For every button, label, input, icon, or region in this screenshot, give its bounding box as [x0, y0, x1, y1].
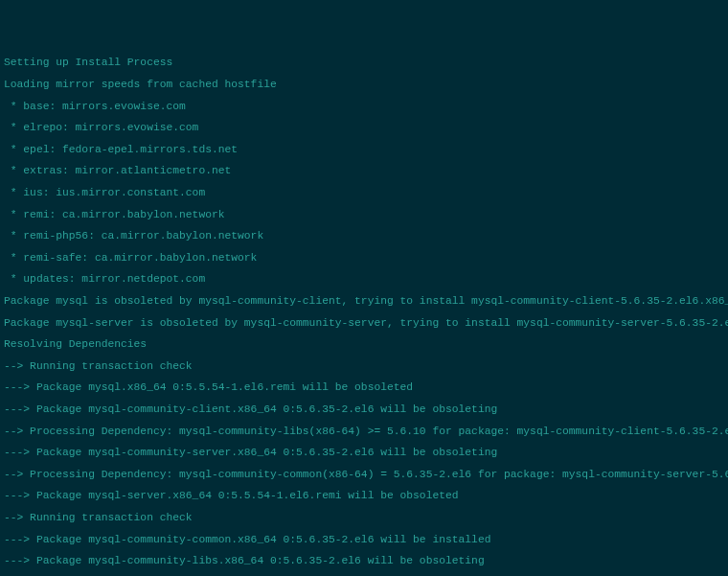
loading-line: Loading mirror speeds from cached hostfi… — [4, 80, 724, 90]
obsoleted-line: Package mysql is obsoleted by mysql-comm… — [4, 296, 724, 307]
dep-line: ---> Package mysql.x86_64 0:5.5.54-1.el6… — [4, 382, 724, 393]
terminal-output: Setting up Install Process Loading mirro… — [0, 43, 728, 576]
obsoleted-line: Package mysql-server is obsoleted by mys… — [4, 318, 724, 329]
dep-line: --> Processing Dependency: mysql-communi… — [4, 470, 724, 480]
mirror-line: * remi: ca.mirror.babylon.network — [4, 210, 724, 220]
resolving-line: Resolving Dependencies — [4, 339, 724, 350]
mirror-line: * remi-safe: ca.mirror.babylon.network — [4, 253, 724, 264]
setup-line: Setting up Install Process — [4, 58, 724, 68]
mirror-line: * updates: mirror.netdepot.com — [4, 274, 724, 285]
dep-line: ---> Package mysql-server.x86_64 0:5.5.5… — [4, 491, 724, 501]
dep-line: --> Running transaction check — [4, 361, 724, 372]
mirror-line: * epel: fedora-epel.mirrors.tds.net — [4, 145, 724, 155]
dep-line: ---> Package mysql-community-libs.x86_64… — [4, 556, 724, 566]
mirror-line: * base: mirrors.evowise.com — [4, 102, 724, 112]
mirror-line: * remi-php56: ca.mirror.babylon.network — [4, 231, 724, 242]
dep-line: ---> Package mysql-community-common.x86_… — [4, 535, 724, 545]
mirror-line: * extras: mirror.atlanticmetro.net — [4, 166, 724, 176]
mirror-line: * ius: ius.mirror.constant.com — [4, 188, 724, 198]
dep-line: ---> Package mysql-community-client.x86_… — [4, 404, 724, 415]
dep-line: --> Processing Dependency: mysql-communi… — [4, 426, 724, 437]
mirror-line: * elrepo: mirrors.evowise.com — [4, 123, 724, 133]
dep-line: ---> Package mysql-community-server.x86_… — [4, 448, 724, 458]
dep-line: --> Running transaction check — [4, 513, 724, 523]
